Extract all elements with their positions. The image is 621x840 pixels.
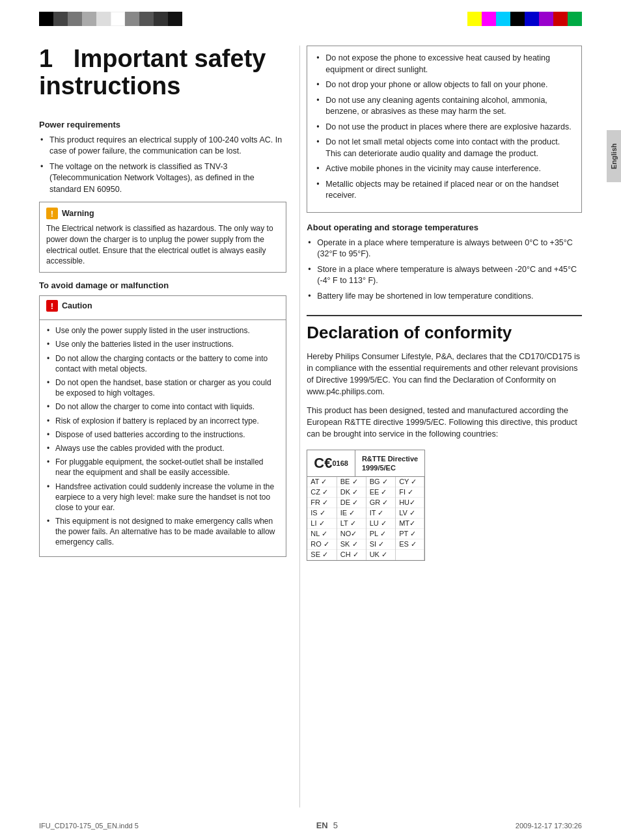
list-item: Do not let small metal objects come into… [315,137,573,159]
caution-header-inner: ! Caution [46,300,279,312]
power-bullets-list: This product requires an electrical supp… [39,135,286,196]
declaration-section: Declaration of conformity Hereby Philips… [307,315,582,561]
warning-header: ! Warning [46,208,279,219]
warning-icon: ! [46,208,58,219]
country-cell: FR ✓ [307,498,337,508]
page-number-area: EN 5 [316,820,338,830]
country-cell: BG ✓ [366,477,396,487]
avoid-damage-heading: To avoid damage or malfunction [39,280,286,290]
ce-header-row: C€0168 R&TTE Directive 1999/5/EC [307,450,424,478]
country-cell: SI ✓ [366,539,396,550]
chapter-num: 1 [39,45,53,72]
temperatures-heading: About operating and storage temperatures [307,223,582,232]
list-item: Dispose of used batteries according to t… [46,429,279,440]
temperature-list: Operate in a place where temperature is … [307,237,582,303]
country-cell: SK ✓ [337,539,366,550]
declaration-p1: Hereby Philips Consumer Lifestyle, P&A, … [307,351,582,398]
list-item: Always use the cables provided with the … [46,443,279,454]
list-item: This product requires an electrical supp… [39,135,286,157]
country-cell: IE ✓ [337,508,366,519]
ce-table: C€0168 R&TTE Directive 1999/5/EC AT ✓ BE… [307,450,425,562]
warning-text: The Electrical network is classified as … [46,223,279,267]
country-cell: RO ✓ [307,539,337,550]
country-cell: CZ ✓ [307,487,337,498]
list-item: Operate in a place where temperature is … [307,237,582,260]
country-cell: FI ✓ [396,487,424,498]
footer-left: IFU_CD170-175_05_EN.indd 5 [39,822,139,830]
warning-box: ! Warning The Electrical network is clas… [39,202,286,273]
table-row: LI ✓ LT ✓ LU ✓ MT✓ [307,519,424,529]
footer-right: 2009-12-17 17:30:26 [516,822,582,830]
power-requirements-heading: Power requirements [39,120,286,129]
rtte-year: 1999/5/EC [362,463,418,472]
country-cell: NO✓ [337,529,366,539]
list-item: Use only the batteries listed in the use… [46,339,279,349]
country-cell: UK ✓ [366,550,396,560]
country-cell: DK ✓ [337,487,366,498]
list-item: Do not allow the charging contacts or th… [46,353,279,374]
list-item: Metallic objects may be retained if plac… [315,179,573,202]
country-cell: PL ✓ [366,529,396,539]
safety-items-box: Do not expose the phone to excessive hea… [307,46,582,213]
rtte-label: R&TTE Directive [362,454,418,463]
country-cell: LI ✓ [307,519,337,529]
list-item: The voltage on the network is classified… [39,161,286,196]
list-item: Do not drop your phone or allow objects … [315,79,573,91]
caution-list: Use only the power supply listed in the … [39,320,286,556]
list-item: For pluggable equipment, the socket-outl… [46,457,279,478]
country-cell: NL ✓ [307,529,337,539]
country-cell: IS ✓ [307,508,337,519]
page-footer: IFU_CD170-175_05_EN.indd 5 EN 5 2009-12-… [39,820,582,830]
table-row: CZ ✓ DK ✓ EE ✓ FI ✓ [307,487,424,498]
list-item: Risk of explosion if battery is replaced… [46,416,279,426]
list-item: Do not open the handset, base station or… [46,377,279,398]
page-container: English 1 Important safety instructions … [0,0,621,840]
chapter-title: Important safety instructions [39,45,266,100]
caution-label: Caution [62,301,92,310]
list-item: Do not allow the charger to come into co… [46,401,279,412]
country-cell: CY ✓ [396,477,424,487]
main-content: 1 Important safety instructions Power re… [39,46,582,807]
declaration-p2: This product has been designed, tested a… [307,405,582,440]
country-cell: MT✓ [396,519,424,529]
table-row: IS ✓ IE ✓ IT ✓ LV ✓ [307,508,424,519]
list-item: Active mobile phones in the vicinity may… [315,163,573,175]
country-cell: LV ✓ [396,508,424,519]
list-item: This equipment is not designed to make e… [46,516,279,548]
ce-sub: 0168 [332,459,348,467]
color-bar-right [467,12,582,26]
country-cell: SE ✓ [307,550,337,560]
country-cell [396,550,424,560]
country-cell: BE ✓ [337,477,366,487]
country-cell: DE ✓ [337,498,366,508]
country-cell: AT ✓ [307,477,337,487]
list-item: Handsfree activation could suddenly incr… [46,481,279,513]
list-item: Battery life may be shortened in low tem… [307,291,582,303]
caution-icon: ! [46,300,58,312]
ce-countries-table: AT ✓ BE ✓ BG ✓ CY ✓ CZ ✓ DK ✓ EE ✓ FI ✓ [307,477,424,560]
table-row: SE ✓ CH ✓ UK ✓ [307,550,424,560]
caution-items: Use only the power supply listed in the … [46,325,279,547]
list-item: Do not use the product in places where t… [315,122,573,133]
table-row: NL ✓ NO✓ PL ✓ PT ✓ [307,529,424,539]
country-cell: EE ✓ [366,487,396,498]
table-row: RO ✓ SK ✓ SI ✓ ES ✓ [307,539,424,550]
country-cell: LU ✓ [366,519,396,529]
ce-logo-cell: C€0168 [307,450,355,477]
country-cell: CH ✓ [337,550,366,560]
country-cell: PT ✓ [396,529,424,539]
table-row: FR ✓ DE ✓ GR ✓ HU✓ [307,498,424,508]
left-column: 1 Important safety instructions Power re… [39,46,299,807]
list-item: Store in a place where temperature is al… [307,264,582,287]
country-cell: ES ✓ [396,539,424,550]
side-language-label: English [607,130,621,182]
en-label: EN [316,820,328,830]
country-cell: IT ✓ [366,508,396,519]
chapter-heading: 1 Important safety instructions [39,46,286,100]
warning-label: Warning [62,209,94,218]
list-item: Do not expose the phone to excessive hea… [315,53,573,75]
list-item: Use only the power supply listed in the … [46,325,279,336]
right-column: Do not expose the phone to excessive hea… [299,46,582,807]
page-number: 5 [333,820,338,830]
caution-header: ! Caution [39,295,286,320]
